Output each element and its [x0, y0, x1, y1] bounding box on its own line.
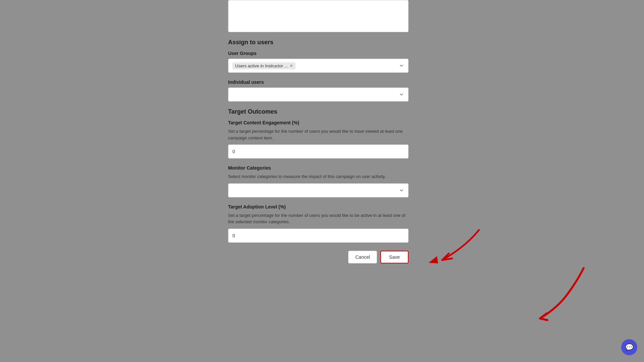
- content-engagement-input[interactable]: [228, 144, 409, 159]
- user-groups-tag-text: Users active in Instructor ...: [235, 63, 288, 68]
- monitor-categories-label: Monitor Categories: [228, 165, 416, 171]
- form-panel: Assign to users User Groups Users active…: [228, 0, 416, 277]
- user-groups-dropdown[interactable]: Users active in Instructor ... ×: [228, 59, 409, 73]
- target-adoption-description: Set a target percentage for the number o…: [228, 212, 409, 225]
- target-adoption-input[interactable]: [228, 229, 409, 243]
- user-groups-tag-close[interactable]: ×: [290, 63, 293, 68]
- content-engagement-label: Target Content Engagement (%): [228, 120, 416, 125]
- target-outcomes-section: Target Outcomes Target Content Engagemen…: [228, 108, 416, 243]
- monitor-categories-field: Monitor Categories Select monitor catego…: [228, 165, 416, 197]
- monitor-categories-description: Select monitor categories to measure the…: [228, 173, 409, 180]
- svg-marker-0: [429, 256, 438, 263]
- monitor-categories-dropdown[interactable]: [228, 183, 409, 197]
- content-engagement-field: Target Content Engagement (%) Set a targ…: [228, 120, 416, 159]
- save-button[interactable]: Save: [380, 251, 409, 263]
- user-groups-tag: Users active in Instructor ... ×: [232, 62, 296, 69]
- target-adoption-label: Target Adoption Level (%): [228, 204, 416, 209]
- cancel-button[interactable]: Cancel: [348, 251, 377, 263]
- page-container: Assign to users User Groups Users active…: [0, 0, 644, 362]
- individual-users-chevron-icon: [399, 92, 404, 97]
- individual-users-label: Individual users: [228, 79, 416, 85]
- chat-bubble[interactable]: 💬: [621, 339, 637, 355]
- target-adoption-field: Target Adoption Level (%) Set a target p…: [228, 204, 416, 243]
- top-textarea[interactable]: [228, 0, 409, 32]
- content-engagement-description: Set a target percentage for the number o…: [228, 128, 409, 141]
- individual-users-dropdown[interactable]: [228, 87, 409, 102]
- user-groups-field: User Groups Users active in Instructor .…: [228, 51, 416, 73]
- target-outcomes-title: Target Outcomes: [228, 108, 416, 115]
- user-groups-label: User Groups: [228, 51, 416, 56]
- user-groups-chevron-icon: [399, 63, 404, 68]
- individual-users-field: Individual users: [228, 79, 416, 102]
- assign-section: Assign to users User Groups Users active…: [228, 39, 416, 102]
- assign-section-title: Assign to users: [228, 39, 416, 46]
- chat-icon: 💬: [625, 343, 634, 351]
- monitor-categories-chevron-icon: [399, 188, 404, 193]
- buttons-row: Cancel Save: [228, 251, 409, 263]
